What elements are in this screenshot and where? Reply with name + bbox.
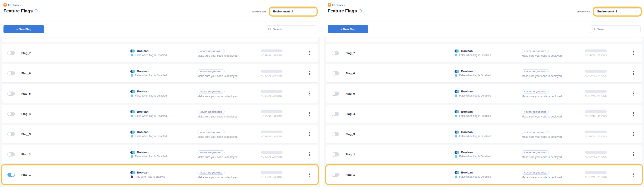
status-message: Make sure your code is deployed [198, 176, 261, 179]
info-icon[interactable]: ⓘ [34, 9, 38, 12]
chevron-down-icon [312, 10, 314, 12]
flag-row[interactable]: Flag_2 Boolean False when flag is Disabl… [326, 145, 642, 164]
boolean-type-icon [130, 70, 135, 73]
info-icon[interactable]: ⓘ [359, 9, 362, 12]
flag-type-cell: Boolean False when flag is Disabled [454, 90, 522, 97]
variation-dot-icon [130, 135, 133, 138]
flag-name: Flag_3 [21, 132, 130, 136]
flag-row[interactable]: Flag_3 Boolean False when flag is Disabl… [326, 125, 642, 143]
flag-toggle[interactable] [332, 112, 339, 116]
breadcrumb-project-link[interactable]: FF_Docs [8, 4, 19, 6]
environment-select[interactable]: Environment_B [595, 8, 640, 15]
toggle-knob [332, 152, 336, 156]
flag-row[interactable]: Flag_7 Boolean False when flag is Disabl… [326, 44, 642, 62]
toggle-knob [332, 112, 336, 116]
flag-status-cell: NEVER-REQUESTED Make sure your code is d… [198, 49, 261, 57]
kebab-menu-icon[interactable] [308, 131, 311, 137]
flag-variation-label: False when flag is Disabled [459, 94, 491, 97]
flag-toggle[interactable] [8, 152, 15, 156]
page-title: Feature Flags [328, 8, 357, 14]
toggle-knob [8, 51, 11, 55]
evaluations-label: NO EVALUATIONS [585, 156, 630, 158]
flag-type-cell: Boolean False when flag is Disabled [130, 49, 198, 57]
boolean-type-icon [130, 151, 135, 154]
toolbar: + New Flag [324, 22, 644, 36]
flag-toggle[interactable] [8, 92, 15, 96]
flag-variation-label: False when flag is Disabled [135, 74, 167, 77]
environment-label: Environment [252, 10, 266, 13]
flag-row[interactable]: Flag_4 Boolean False when flag is Disabl… [2, 104, 318, 123]
flag-toggle[interactable] [8, 71, 15, 76]
evaluations-label: NO EVALUATIONS [261, 54, 306, 57]
flag-status-cell: NEVER-REQUESTED Make sure your code is d… [522, 49, 585, 57]
flag-variation-label: False when flag is Disabled [135, 135, 167, 138]
kebab-menu-icon[interactable] [308, 111, 311, 116]
flag-row[interactable]: Flag_7 Boolean False when flag is Disabl… [2, 44, 318, 62]
search-input[interactable] [597, 28, 638, 31]
environment-select[interactable]: Environment_A [270, 8, 316, 15]
kebab-menu-icon[interactable] [632, 91, 635, 96]
flag-row[interactable]: Flag_5 Boolean False when flag is Disabl… [2, 84, 318, 103]
flag-toggle[interactable] [332, 172, 339, 177]
evaluations-bar [585, 70, 607, 72]
kebab-menu-icon[interactable] [308, 152, 311, 157]
new-flag-button[interactable]: + New Flag [4, 25, 44, 33]
flag-row[interactable]: Flag_5 Boolean False when flag is Disabl… [326, 84, 642, 103]
clipped-row-above [2, 38, 318, 42]
flag-toggle[interactable] [8, 51, 15, 55]
evaluations-label: NO EVALUATIONS [261, 94, 306, 97]
flag-variation-label: True when flag is Enabled [135, 175, 165, 178]
flag-row[interactable]: Flag_3 Boolean False when flag is Disabl… [2, 125, 318, 143]
flag-status-cell: NEVER-REQUESTED Make sure your code is d… [522, 170, 585, 179]
kebab-menu-icon[interactable] [632, 70, 635, 76]
flag-type-label: Boolean [461, 70, 473, 73]
toggle-knob [332, 173, 336, 176]
flag-toggle[interactable] [332, 92, 339, 96]
flag-toggle[interactable] [8, 172, 15, 177]
kebab-menu-icon[interactable] [632, 131, 635, 137]
flag-variation-label: False when flag is Disabled [459, 74, 491, 77]
kebab-menu-icon[interactable] [632, 152, 635, 157]
toggle-knob [8, 152, 11, 156]
flag-toggle[interactable] [332, 132, 339, 136]
flag-row[interactable]: Flag_1 Boolean False when flag is Disabl… [326, 166, 642, 184]
status-message: Make sure your code is deployed [522, 115, 585, 118]
flag-toggle[interactable] [8, 132, 15, 136]
flag-row[interactable]: Flag_6 Boolean False when flag is Disabl… [2, 64, 318, 82]
status-badge: NEVER-REQUESTED [522, 69, 549, 73]
kebab-menu-icon[interactable] [632, 50, 635, 56]
toolbar: + New Flag [0, 22, 320, 36]
flag-evaluations-cell: NO EVALUATIONS [585, 90, 630, 97]
flag-toggle[interactable] [8, 112, 15, 116]
toggle-knob [332, 132, 336, 136]
evaluations-label: NO EVALUATIONS [261, 156, 306, 158]
flag-row[interactable]: Flag_4 Boolean False when flag is Disabl… [326, 104, 642, 123]
toggle-knob [332, 51, 336, 55]
flag-toggle[interactable] [332, 51, 339, 55]
variation-dot-icon [130, 176, 133, 178]
side-by-side-comparison: ⚑ FF_Docs › Feature Flags ⓘ Environment … [0, 0, 644, 187]
kebab-menu-icon[interactable] [308, 91, 311, 96]
kebab-menu-icon[interactable] [308, 70, 311, 76]
page-title: Feature Flags [4, 8, 33, 14]
kebab-menu-icon[interactable] [308, 50, 311, 56]
breadcrumb-project-link[interactable]: FF_Docs [332, 4, 343, 6]
kebab-menu-icon[interactable] [308, 172, 311, 178]
flag-row[interactable]: Flag_1 Boolean True when flag is Enabled… [2, 166, 318, 184]
flag-evaluations-cell: NO EVALUATIONS [261, 151, 306, 158]
flag-name: Flag_4 [21, 112, 130, 116]
search-input[interactable] [273, 28, 314, 31]
flag-row[interactable]: Flag_6 Boolean False when flag is Disabl… [326, 64, 642, 82]
flag-toggle[interactable] [332, 71, 339, 76]
flag-toggle[interactable] [332, 152, 339, 156]
flag-evaluations-cell: NO EVALUATIONS [585, 151, 630, 158]
evaluations-bar [261, 70, 282, 72]
boolean-type-icon [454, 90, 459, 93]
kebab-menu-icon[interactable] [632, 172, 635, 178]
flag-row[interactable]: Flag_2 Boolean False when flag is Disabl… [2, 145, 318, 164]
feature-flags-panel-environment-b: ⚑ FF_Docs › Feature Flags ⓘ Environment … [324, 0, 644, 187]
kebab-menu-icon[interactable] [632, 111, 635, 116]
flag-type-cell: Boolean False when flag is Disabled [454, 110, 522, 118]
flag-type-label: Boolean [137, 130, 148, 134]
new-flag-button[interactable]: + New Flag [328, 25, 368, 33]
